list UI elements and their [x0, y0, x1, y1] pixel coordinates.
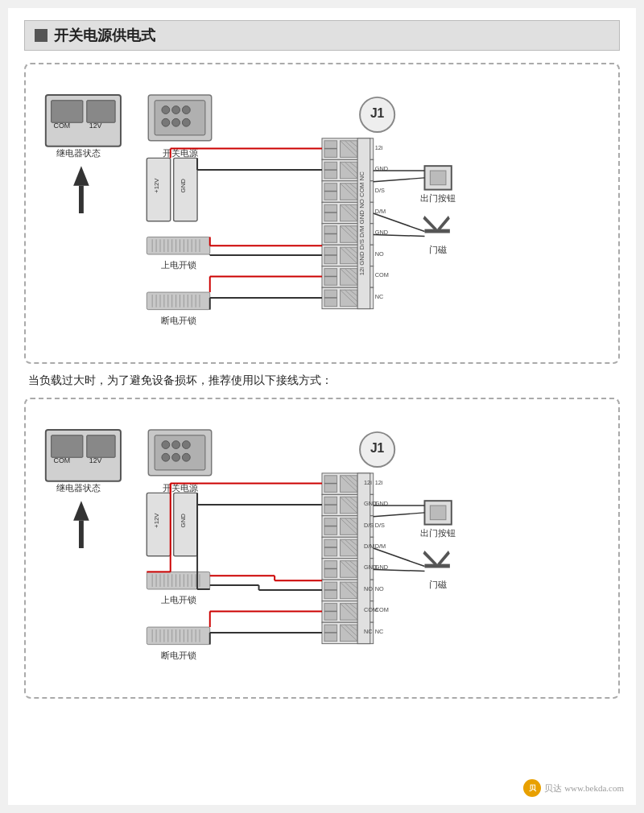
svg-point-11	[162, 118, 170, 126]
svg-text:12i  GND  D/S  D/M  GND  NO  C: 12i GND D/S D/M GND NO COM NC	[358, 171, 365, 276]
svg-line-291	[374, 513, 425, 517]
svg-text:NC: NC	[364, 628, 373, 635]
section-icon	[35, 29, 47, 42]
svg-text:NO: NO	[364, 585, 373, 592]
svg-text:12i: 12i	[375, 479, 383, 486]
middle-text: 当负载过大时，为了避免设备损坏，推荐使用以下接线方式：	[24, 373, 620, 388]
svg-point-149	[162, 441, 170, 449]
section-title: 开关电源供电式	[54, 26, 155, 45]
svg-text:D/S: D/S	[364, 522, 374, 529]
svg-text:D/M: D/M	[364, 543, 374, 550]
svg-text:NC: NC	[375, 293, 384, 300]
diagram-2-svg: COM 12V 继电器状态 开关电源 +12V	[38, 411, 606, 685]
svg-text:NO: NO	[375, 250, 384, 258]
svg-text:J1: J1	[370, 106, 385, 120]
svg-rect-250	[357, 473, 370, 644]
diagram-box-1: COM 12V 继电器状态 开关电源 +1	[24, 63, 620, 364]
svg-point-12	[172, 118, 180, 126]
svg-text:+12V: +12V	[153, 513, 160, 528]
svg-text:NC: NC	[375, 628, 384, 635]
svg-rect-1	[52, 101, 83, 122]
svg-rect-148	[155, 435, 205, 470]
svg-text:J1: J1	[370, 441, 385, 455]
svg-text:GND: GND	[180, 179, 187, 193]
watermark-text: 贝达 www.bekda.com	[544, 782, 624, 794]
svg-text:GND: GND	[180, 514, 187, 528]
svg-rect-268	[430, 506, 446, 520]
section-header: 开关电源供电式	[24, 20, 620, 51]
svg-rect-270	[424, 564, 449, 568]
svg-text:COM: COM	[54, 122, 71, 130]
svg-point-154	[182, 453, 190, 461]
svg-rect-142	[52, 435, 83, 457]
svg-point-153	[172, 453, 180, 461]
svg-text:继电器状态: 继电器状态	[56, 483, 101, 493]
svg-text:D/S: D/S	[375, 522, 385, 529]
svg-text:出门按钮: 出门按钮	[420, 193, 456, 203]
svg-point-152	[162, 453, 170, 461]
svg-text:NO: NO	[375, 585, 384, 592]
svg-rect-2	[87, 101, 115, 122]
svg-point-9	[172, 106, 180, 114]
svg-text:12V: 12V	[89, 456, 102, 464]
svg-point-150	[172, 441, 180, 449]
svg-text:断电开锁: 断电开锁	[161, 316, 196, 325]
svg-rect-7	[155, 101, 205, 135]
diagram-1-svg: COM 12V 继电器状态 开关电源 +1	[38, 76, 606, 350]
svg-text:开关电源: 开关电源	[163, 148, 198, 158]
svg-text:开关电源: 开关电源	[163, 483, 198, 493]
diagram-2-content: COM 12V 继电器状态 开关电源 +12V	[38, 411, 606, 685]
svg-text:12V: 12V	[89, 122, 102, 130]
watermark-icon: 贝	[523, 779, 541, 797]
svg-text:上电开锁: 上电开锁	[161, 595, 196, 605]
svg-text:上电开锁: 上电开锁	[161, 260, 196, 270]
watermark: 贝 贝达 www.bekda.com	[523, 779, 624, 797]
svg-marker-156	[73, 501, 89, 521]
svg-rect-143	[87, 435, 115, 457]
svg-text:+12V: +12V	[153, 178, 160, 193]
diagram-box-2: COM 12V 继电器状态 开关电源 +12V	[24, 398, 620, 699]
main-page: 开关电源供电式 COM 12V 继电器状态	[8, 8, 636, 805]
svg-point-8	[162, 106, 170, 114]
svg-rect-157	[79, 521, 84, 548]
svg-marker-15	[73, 166, 89, 186]
svg-text:D/S: D/S	[375, 187, 385, 194]
svg-text:12i: 12i	[364, 479, 372, 486]
svg-text:继电器状态: 继电器状态	[56, 148, 101, 158]
svg-point-151	[182, 441, 190, 449]
svg-text:出门按钮: 出门按钮	[420, 528, 456, 538]
svg-text:COM: COM	[54, 456, 71, 464]
svg-text:COM: COM	[375, 606, 389, 613]
svg-rect-121	[430, 171, 446, 185]
svg-text:门磁: 门磁	[429, 245, 447, 254]
diagram-1-content: COM 12V 继电器状态 开关电源 +1	[38, 76, 606, 350]
svg-text:断电开锁: 断电开锁	[161, 650, 196, 660]
svg-text:12i: 12i	[375, 144, 383, 151]
svg-text:门磁: 门磁	[429, 580, 447, 589]
svg-line-138	[374, 178, 425, 182]
svg-rect-123	[424, 229, 449, 233]
svg-point-13	[182, 118, 190, 126]
svg-text:COM: COM	[375, 271, 389, 279]
svg-rect-16	[79, 186, 84, 213]
svg-point-10	[182, 106, 190, 114]
